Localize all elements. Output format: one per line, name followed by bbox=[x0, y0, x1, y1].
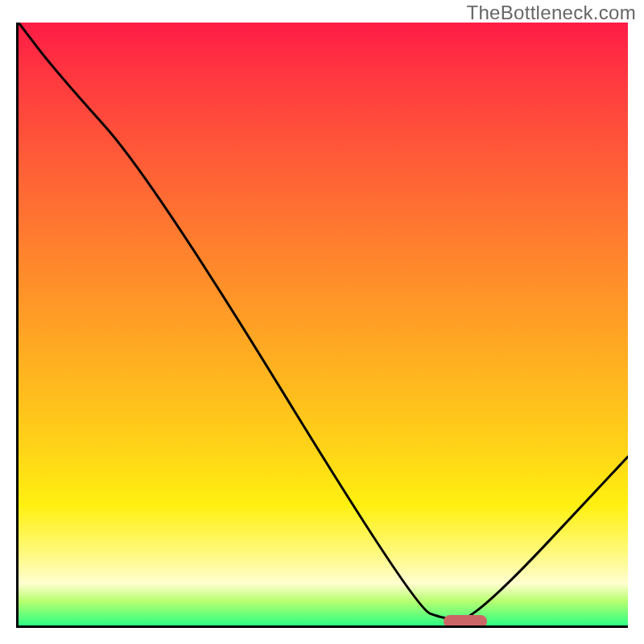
bottleneck-curve-svg bbox=[19, 23, 628, 625]
plot-area bbox=[16, 23, 628, 628]
watermark-text: TheBottleneck.com bbox=[466, 2, 636, 24]
chart-stage: TheBottleneck.com bbox=[0, 0, 644, 644]
bottleneck-curve bbox=[19, 23, 628, 620]
optimal-marker bbox=[444, 615, 487, 628]
